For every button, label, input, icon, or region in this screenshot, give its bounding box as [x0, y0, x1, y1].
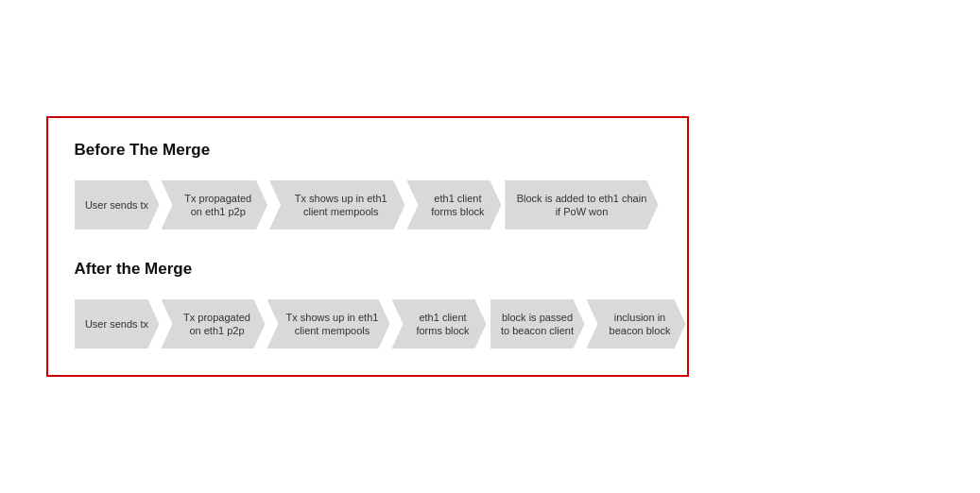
before-title: Before The Merge — [75, 141, 661, 160]
arrow-eth1-forms-block-after: eth1 client forms block — [392, 299, 487, 348]
after-flow-outer: User sends tx Tx propagated on eth1 p2p … — [75, 299, 661, 348]
outer-container: Before The Merge User sends tx Tx propag… — [27, 97, 954, 396]
arrow-tx-propagated-before: Tx propagated on eth1 p2p — [162, 180, 268, 230]
before-section: Before The Merge User sends tx Tx propag… — [75, 141, 661, 230]
red-box: Before The Merge User sends tx Tx propag… — [46, 116, 689, 377]
arrow-passed-to-beacon: block is passed to beacon client — [490, 299, 585, 348]
before-flow-outer: User sends tx Tx propagated on eth1 p2p … — [75, 180, 661, 230]
before-flow-row: User sends tx Tx propagated on eth1 p2p … — [75, 180, 504, 230]
before-extra-arrows: Block is added to eth1 chain if PoW won — [505, 180, 660, 230]
arrow-block-added-eth1: Block is added to eth1 chain if PoW won — [505, 180, 658, 230]
after-section: After the Merge User sends tx Tx propaga… — [75, 260, 661, 348]
arrow-tx-mempool-before: Tx shows up in eth1 client mempools — [269, 180, 404, 230]
arrow-eth1-forms-block-before: eth1 client forms block — [406, 180, 501, 230]
arrow-tx-mempool-after: Tx shows up in eth1 client mempools — [267, 299, 390, 348]
arrow-inclusion-beacon-block: inclusion in beacon block — [587, 299, 686, 348]
after-extra-arrows: block is passed to beacon client inclusi… — [490, 299, 688, 348]
arrow-user-sends-tx-after: User sends tx — [75, 299, 160, 348]
after-flow-row: User sends tx Tx propagated on eth1 p2p … — [75, 299, 489, 348]
arrow-user-sends-tx-before: User sends tx — [75, 180, 160, 230]
after-title: After the Merge — [75, 260, 661, 279]
arrow-tx-propagated-after: Tx propagated on eth1 p2p — [162, 299, 266, 348]
